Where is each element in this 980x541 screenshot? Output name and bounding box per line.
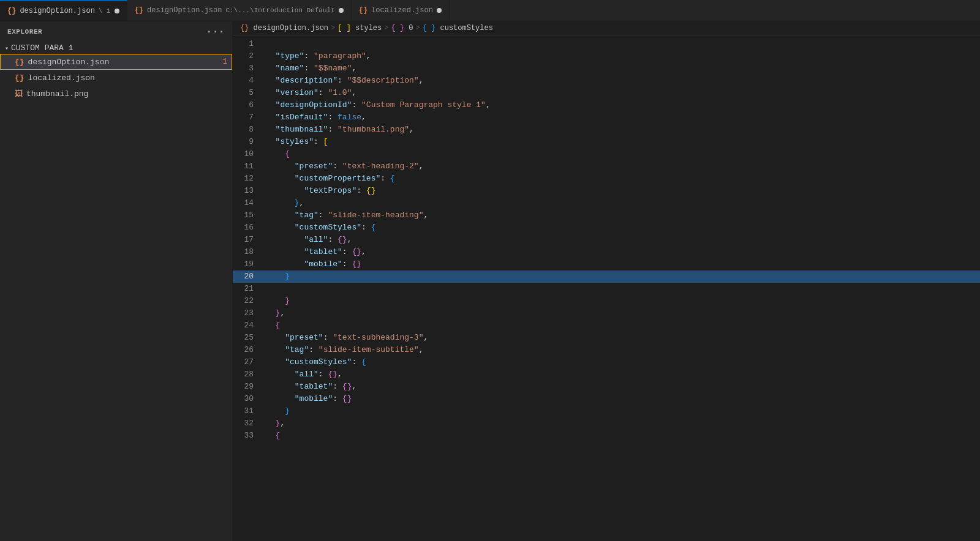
breadcrumb-sep-3: >: [415, 24, 420, 32]
line-7: 7 "isDefault": false,: [233, 111, 980, 124]
line-23: 23 },: [233, 307, 980, 319]
line-20: 20 }: [233, 270, 980, 283]
line-19: 19 "mobile": {}: [233, 258, 980, 270]
line-12: 12 "customProperties": {: [233, 173, 980, 185]
line-4: 4 "description": "$$description",: [233, 75, 980, 87]
line-25: 25 "preset": "text-subheading-3",: [233, 332, 980, 344]
line-30: 30 "mobile": {}: [233, 393, 980, 405]
line-18: 18 "tablet": {},: [233, 246, 980, 258]
sidebar-item-thumbnail[interactable]: 🖼 thumbnail.png: [0, 86, 232, 102]
sidebar: Explorer ··· ▾ CUSTOM PARA 1 {} designOp…: [0, 21, 233, 541]
tab-dirty-2: [339, 8, 344, 13]
main-area: Explorer ··· ▾ CUSTOM PARA 1 {} designOp…: [0, 21, 980, 541]
line-31: 31 }: [233, 405, 980, 417]
line-33: 33 {: [233, 430, 980, 442]
json-file-icon-1: {}: [15, 58, 24, 67]
tab-json-icon-1: {}: [7, 7, 16, 15]
line-9: 9 "styles": [: [233, 136, 980, 148]
breadcrumb-sep-1: >: [331, 24, 335, 32]
line-22: 22 }: [233, 295, 980, 307]
tab-dirty-1: [115, 9, 119, 13]
json-file-icon-2: {}: [15, 73, 24, 83]
tab-designoption-1[interactable]: {} designOption.json \ 1: [0, 0, 127, 21]
more-icon[interactable]: ···: [206, 26, 225, 37]
tab-designoption-2[interactable]: {} designOption.json C:\...\Introduction…: [127, 0, 352, 21]
line-15: 15 "tag": "slide-item-heading",: [233, 209, 980, 222]
sidebar-item-label-thumbnail: thumbnail.png: [26, 89, 88, 99]
line-11: 11 "preset": "text-heading-2",: [233, 160, 980, 173]
breadcrumb-0: { } 0: [391, 24, 413, 32]
line-3: 3 "name": "$$name",: [233, 62, 980, 75]
line-13: 13 "textProps": {}: [233, 185, 980, 197]
png-file-icon: 🖼: [15, 89, 23, 99]
sidebar-item-label-designoption: designOption.json: [28, 58, 110, 67]
line-6: 6 "designOptionId": "Custom Paragraph st…: [233, 99, 980, 111]
line-17: 17 "all": {},: [233, 234, 980, 246]
breadcrumb: {} designOption.json > [ ] styles > { } …: [233, 21, 980, 35]
sidebar-item-localized[interactable]: {} localized.json: [0, 70, 232, 86]
line-24: 24 {: [233, 319, 980, 332]
sidebar-item-designoption[interactable]: {} designOption.json 1: [0, 54, 232, 70]
breadcrumb-sep-2: >: [384, 24, 388, 32]
breadcrumb-customstyles: { } customStyles: [423, 24, 493, 32]
line-28: 28 "all": {},: [233, 368, 980, 381]
line-10: 10 {: [233, 148, 980, 160]
line-29: 29 "tablet": {},: [233, 381, 980, 393]
sidebar-item-badge-1: 1: [223, 58, 227, 66]
sidebar-header: Explorer ···: [0, 21, 232, 42]
line-14: 14 },: [233, 197, 980, 209]
breadcrumb-file: {} designOption.json: [240, 24, 328, 32]
tab-subtitle-1: \ 1: [99, 7, 111, 15]
tab-json-icon-3: {}: [359, 6, 368, 15]
line-32: 32 },: [233, 417, 980, 430]
tab-subtitle-2: C:\...\Introduction Default: [225, 7, 334, 14]
line-21: 21: [233, 283, 980, 295]
section-title-label: CUSTOM PARA 1: [11, 43, 73, 53]
editor-area: {} designOption.json > [ ] styles > { } …: [233, 21, 980, 541]
line-16: 16 "customStyles": {: [233, 222, 980, 234]
sidebar-section-title[interactable]: ▾ CUSTOM PARA 1: [0, 42, 232, 54]
tab-localized[interactable]: {} localized.json: [352, 0, 450, 21]
breadcrumb-styles: [ ] styles: [337, 24, 382, 32]
sidebar-item-label-localized: localized.json: [28, 73, 95, 83]
tab-bar: {} designOption.json \ 1 {} designOption…: [0, 0, 980, 21]
line-2: 2 "type": "paragraph",: [233, 50, 980, 62]
chevron-icon: ▾: [5, 45, 9, 52]
sidebar-title: Explorer: [7, 28, 42, 35]
tab-label-3: localized.json: [371, 6, 433, 15]
tab-json-icon-2: {}: [135, 6, 143, 15]
line-5: 5 "version": "1.0",: [233, 87, 980, 99]
line-1: 1: [233, 38, 980, 50]
line-8: 8 "thumbnail": "thumbnail.png",: [233, 124, 980, 136]
line-27: 27 "customStyles": {: [233, 356, 980, 368]
tab-label-2: designOption.json: [147, 6, 222, 15]
tab-dirty-3: [437, 8, 442, 13]
code-editor[interactable]: 1 2 "type": "paragraph", 3 "name": "$$na…: [233, 35, 980, 541]
sidebar-section: ▾ CUSTOM PARA 1 {} designOption.json 1 {…: [0, 42, 232, 102]
line-26: 26 "tag": "slide-item-subtitle",: [233, 344, 980, 356]
tab-label-1: designOption.json: [20, 7, 94, 15]
